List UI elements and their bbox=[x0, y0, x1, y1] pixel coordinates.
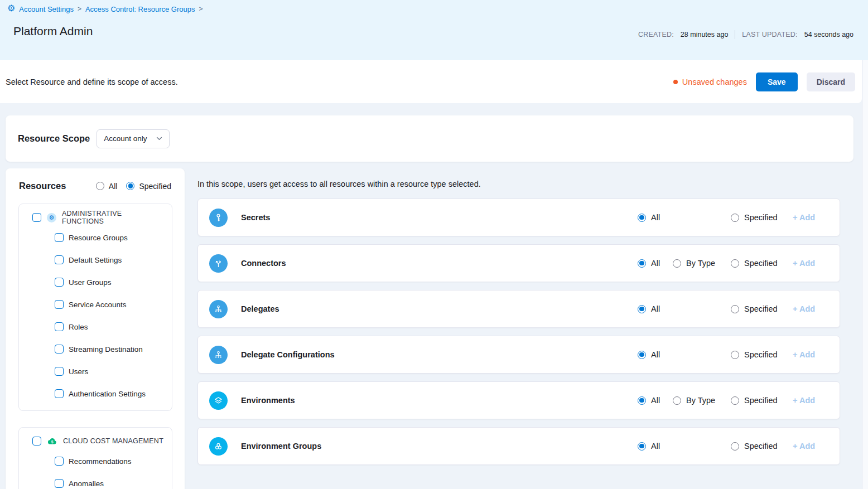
breadcrumb-access-control[interactable]: Access Control: Resource Groups bbox=[85, 5, 195, 13]
item-label: Authentication Settings bbox=[69, 390, 146, 398]
item-checkbox[interactable] bbox=[55, 367, 64, 376]
item-label: Default Settings bbox=[69, 256, 122, 264]
radio-all[interactable] bbox=[638, 351, 646, 359]
resource-tree-item-service-accounts: Service Accounts bbox=[19, 293, 172, 316]
item-label: Service Accounts bbox=[69, 301, 127, 309]
radio-label-all: All bbox=[651, 304, 660, 313]
save-button[interactable]: Save bbox=[756, 72, 798, 91]
add-button[interactable]: + Add bbox=[793, 213, 815, 222]
mode-label: All bbox=[109, 182, 118, 191]
meta-divider bbox=[735, 30, 735, 39]
resource-tree-item-streaming-destination: Streaming Destination bbox=[19, 338, 172, 360]
resource-row-delegate-configurations: Delegate Configurations All Specified + … bbox=[197, 336, 840, 374]
chevron-down-icon bbox=[156, 137, 162, 141]
item-checkbox[interactable] bbox=[55, 233, 64, 242]
resources-sidebar: Resources AllSpecified ⚙ ADMINISTRATIVE … bbox=[6, 168, 185, 489]
resource-tree-item-user-groups: User Groups bbox=[19, 271, 172, 293]
resource-label: Secrets bbox=[241, 213, 270, 222]
header-meta: CREATED: 28 minutes ago LAST UPDATED: 54… bbox=[638, 30, 853, 39]
resource-scope-select[interactable]: Account only bbox=[97, 129, 170, 148]
item-checkbox[interactable] bbox=[55, 345, 64, 354]
resource-label: Environment Groups bbox=[241, 442, 321, 451]
radio-label-all: All bbox=[651, 396, 660, 405]
resources-mode-all[interactable]: All bbox=[96, 182, 118, 191]
mode-label: Specified bbox=[139, 182, 171, 191]
radio-all[interactable] bbox=[638, 305, 646, 313]
radio-specified[interactable] bbox=[731, 351, 739, 359]
item-label: Users bbox=[69, 367, 88, 376]
radio-specified[interactable] bbox=[731, 259, 739, 268]
scroll-gutter bbox=[862, 60, 868, 489]
item-checkbox[interactable] bbox=[55, 389, 64, 398]
radio-label-specified: Specified bbox=[744, 442, 778, 451]
radio-specified[interactable] bbox=[126, 182, 134, 190]
radio-label-all: All bbox=[651, 213, 660, 222]
radio-label-specified: Specified bbox=[744, 259, 778, 268]
item-checkbox[interactable] bbox=[55, 278, 64, 287]
unsaved-dot-icon bbox=[673, 80, 678, 84]
radio-by-type[interactable] bbox=[673, 396, 681, 405]
resources-title: Resources bbox=[19, 181, 87, 191]
radio-label-all: All bbox=[651, 350, 660, 359]
scope-instructions: Select Resource and define its scope of … bbox=[6, 78, 178, 86]
radio-all[interactable] bbox=[638, 214, 646, 222]
radio-label-all: All bbox=[651, 442, 660, 451]
group-checkbox[interactable] bbox=[32, 213, 41, 222]
radio-label-specified: Specified bbox=[744, 213, 778, 222]
radio-specified[interactable] bbox=[731, 214, 739, 222]
radio-specified[interactable] bbox=[731, 396, 739, 405]
discard-button[interactable]: Discard bbox=[807, 72, 855, 91]
radio-by-type[interactable] bbox=[673, 259, 681, 268]
environment-group-icon bbox=[209, 437, 228, 456]
radio-all[interactable] bbox=[638, 396, 646, 405]
page-title: Platform Admin bbox=[13, 25, 93, 38]
item-checkbox[interactable] bbox=[55, 479, 64, 488]
item-checkbox[interactable] bbox=[55, 457, 64, 466]
add-button[interactable]: + Add bbox=[793, 304, 815, 313]
item-checkbox[interactable] bbox=[55, 300, 64, 309]
last-updated-label: LAST UPDATED: bbox=[742, 31, 797, 38]
resource-group-card: $ CLOUD COST MANAGEMENT Recommendations … bbox=[18, 427, 172, 489]
resource-rows: Secrets All Specified + Add Connectors A… bbox=[197, 198, 840, 465]
item-checkbox[interactable] bbox=[55, 322, 64, 331]
item-checkbox[interactable] bbox=[55, 255, 64, 264]
radio-specified[interactable] bbox=[731, 442, 739, 451]
resource-tree-item-roles: Roles bbox=[19, 316, 172, 338]
radio-all[interactable] bbox=[638, 259, 646, 268]
radio-specified[interactable] bbox=[731, 305, 739, 313]
resource-label: Delegates bbox=[241, 304, 279, 313]
page-header: ⚙ Account Settings > Access Control: Res… bbox=[0, 0, 868, 60]
resource-tree-item-anomalies: Anomalies bbox=[19, 472, 172, 489]
radio-label-by-type: By Type bbox=[686, 396, 715, 405]
resource-group-card: ⚙ ADMINISTRATIVE FUNCTIONS Resource Grou… bbox=[18, 204, 172, 411]
radio-all[interactable] bbox=[638, 442, 646, 451]
svg-text:$: $ bbox=[51, 439, 54, 444]
resource-scope-selected-value: Account only bbox=[104, 134, 147, 143]
scope-description: In this scope, users get access to all r… bbox=[197, 180, 481, 188]
add-button[interactable]: + Add bbox=[793, 259, 815, 268]
resource-row-connectors: Connectors All By Type Specified + Add bbox=[197, 244, 840, 282]
breadcrumb-separator: > bbox=[199, 5, 202, 13]
item-label: Resource Groups bbox=[69, 234, 128, 242]
breadcrumb-account-settings[interactable]: Account Settings bbox=[19, 5, 74, 13]
resources-mode-specified[interactable]: Specified bbox=[126, 182, 171, 191]
group-checkbox[interactable] bbox=[32, 437, 41, 446]
resource-scope-card: Resource Scope Account only bbox=[6, 115, 853, 162]
resource-row-secrets: Secrets All Specified + Add bbox=[197, 198, 840, 236]
item-label: Roles bbox=[69, 323, 88, 331]
resource-tree-item-recommendations: Recommendations bbox=[19, 450, 172, 472]
resource-group-header: $ CLOUD COST MANAGEMENT bbox=[19, 428, 172, 447]
add-button[interactable]: + Add bbox=[793, 442, 815, 451]
resource-tree-item-users: Users bbox=[19, 360, 172, 383]
radio-label-all: All bbox=[651, 259, 660, 268]
key-icon bbox=[209, 209, 228, 227]
radio-all[interactable] bbox=[96, 182, 104, 190]
breadcrumb-separator: > bbox=[78, 5, 81, 13]
breadcrumb: ⚙ Account Settings > Access Control: Res… bbox=[7, 4, 202, 13]
resource-label: Environments bbox=[241, 396, 295, 405]
add-button[interactable]: + Add bbox=[793, 396, 815, 405]
radio-label-by-type: By Type bbox=[686, 259, 715, 268]
delegate-icon bbox=[209, 346, 228, 364]
add-button[interactable]: + Add bbox=[793, 350, 815, 359]
created-value: 28 minutes ago bbox=[681, 31, 728, 38]
